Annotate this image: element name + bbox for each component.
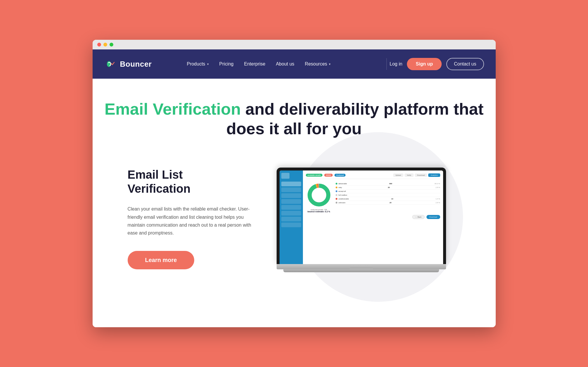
- dashboard-title-bar: available emails 63042 Analyzed: [306, 174, 346, 177]
- laptop-illustration: available emails 63042 Analyzed Upload V…: [277, 168, 446, 272]
- svg-point-6: [313, 189, 325, 201]
- feature-title: Email List Verification: [128, 168, 256, 196]
- products-chevron-icon: ▾: [207, 62, 209, 66]
- laptop-stand: [283, 269, 439, 272]
- laptop-screen-inner: available emails 63042 Analyzed Upload V…: [280, 170, 443, 264]
- nav-divider: [386, 58, 387, 70]
- email-count-badge: 63042: [324, 174, 333, 177]
- dashboard-logo: [281, 173, 289, 179]
- tab-download[interactable]: Download: [415, 173, 427, 177]
- available-emails-badge: available emails: [306, 174, 323, 177]
- traffic-light-green[interactable]: [110, 43, 113, 46]
- tab-analytics[interactable]: Analytics: [428, 173, 440, 177]
- hero-section: Email Verification and deliverability pl…: [93, 79, 496, 144]
- sidebar-item: [281, 211, 301, 216]
- nav-links: Products ▾ Pricing Enterprise About us R…: [187, 61, 383, 67]
- stat-dot-gray: [336, 194, 337, 196]
- dashboard-content: analyzed emails: 726 bounce estimate: 0.…: [306, 182, 440, 213]
- stat-dot-blue: [336, 190, 337, 192]
- laptop: available emails 63042 Analyzed Upload V…: [277, 168, 446, 272]
- resources-chevron-icon: ▾: [329, 62, 331, 66]
- nav-actions: Log in Sign up Contact us: [390, 58, 484, 70]
- contact-button[interactable]: Contact us: [446, 58, 484, 70]
- dashboard-download-button[interactable]: Download: [426, 215, 440, 219]
- stat-dot-red: [336, 198, 337, 200]
- analyzed-badge: Analyzed: [334, 174, 346, 177]
- learn-more-button[interactable]: Learn more: [128, 251, 195, 269]
- stat-dot-lightgray: [336, 202, 337, 204]
- sidebar-item: [281, 187, 301, 192]
- traffic-light-yellow[interactable]: [103, 43, 107, 46]
- browser-window: Bouncer Products ▾ Pricing Enterprise Ab…: [93, 40, 496, 327]
- hero-heading-dark: and deliverability platform that does it…: [226, 100, 484, 138]
- donut-chart: [306, 182, 332, 208]
- left-content: Email List Verification Clean your email…: [128, 162, 256, 269]
- feature-description: Clean your email lists with the reliable…: [128, 205, 256, 237]
- logo-area[interactable]: Bouncer: [104, 58, 152, 70]
- svg-point-1: [107, 61, 111, 67]
- browser-chrome: [93, 40, 496, 49]
- nav-enterprise[interactable]: Enterprise: [244, 61, 266, 67]
- logo-text: Bouncer: [120, 60, 152, 69]
- signup-button[interactable]: Sign up: [407, 58, 442, 70]
- sidebar-items: [281, 182, 301, 227]
- main-content: Email Verification and deliverability pl…: [93, 79, 496, 327]
- stat-dot-orange: [336, 187, 337, 188]
- navbar: Bouncer Products ▾ Pricing Enterprise Ab…: [93, 49, 496, 79]
- stat-label: full mailbox: [336, 194, 347, 196]
- stat-row-unknown: unknown 20 2.8 %: [336, 201, 440, 205]
- bottom-section: Email List Verification Clean your email…: [93, 144, 496, 320]
- bouncer-logo-icon: [104, 58, 117, 70]
- donut-chart-area: analyzed emails: 726 bounce estimate: 0.…: [306, 182, 332, 213]
- hero-heading: Email Verification and deliverability pl…: [104, 99, 484, 138]
- login-button[interactable]: Log in: [390, 61, 403, 67]
- stat-row-fullmailbox: full mailbox: [336, 193, 440, 197]
- dashboard-actions: ← Back Download: [306, 215, 440, 219]
- nav-products[interactable]: Products ▾: [187, 61, 209, 67]
- tab-upload[interactable]: Upload: [393, 173, 403, 177]
- stat-label: unknown: [336, 202, 346, 204]
- sidebar-item: [281, 182, 301, 186]
- tab-verify[interactable]: Verify: [405, 173, 414, 177]
- nav-about[interactable]: About us: [276, 61, 294, 67]
- sidebar-item: [281, 199, 301, 204]
- laptop-base: [277, 264, 446, 269]
- sidebar-item: [281, 223, 301, 227]
- nav-resources[interactable]: Resources ▾: [305, 61, 331, 67]
- stat-row-deliverable: deliverable 690 95.0 %: [336, 182, 440, 186]
- dashboard-sidebar: [280, 170, 303, 264]
- dashboard-tabs: Upload Verify Download Analytics: [393, 173, 440, 177]
- traffic-light-red[interactable]: [97, 43, 101, 46]
- stat-dot-green: [336, 183, 337, 185]
- dashboard-mockup: available emails 63042 Analyzed Upload V…: [280, 170, 443, 264]
- stat-label: undeliverable: [336, 198, 349, 200]
- dashboard-back-button[interactable]: ← Back: [412, 215, 425, 219]
- right-content: available emails 63042 Analyzed Upload V…: [256, 162, 466, 272]
- stat-row-acceptall: accept all: [336, 189, 440, 193]
- stat-row-undeliverable: undeliverable 10 1.4 %: [336, 197, 440, 201]
- dashboard-main: available emails 63042 Analyzed Upload V…: [303, 170, 443, 264]
- bounce-rate: bounce estimate: 0.2 %: [308, 211, 330, 213]
- sidebar-item: [281, 193, 301, 198]
- hero-heading-green: Email Verification: [105, 100, 241, 118]
- sidebar-item: [281, 217, 301, 221]
- laptop-screen-outer: available emails 63042 Analyzed Upload V…: [277, 168, 446, 264]
- stat-label: risky: [336, 187, 342, 188]
- dashboard-header: available emails 63042 Analyzed Upload V…: [306, 173, 440, 179]
- laptop-notch: [350, 267, 373, 269]
- stat-label: accept all: [336, 190, 346, 192]
- nav-pricing[interactable]: Pricing: [219, 61, 234, 67]
- sidebar-item: [281, 205, 301, 210]
- dashboard-stats: deliverable 690 95.0 %: [336, 182, 440, 213]
- stat-label: deliverable: [336, 183, 347, 185]
- stat-row-risky: risky 20 2.8 %: [336, 186, 440, 189]
